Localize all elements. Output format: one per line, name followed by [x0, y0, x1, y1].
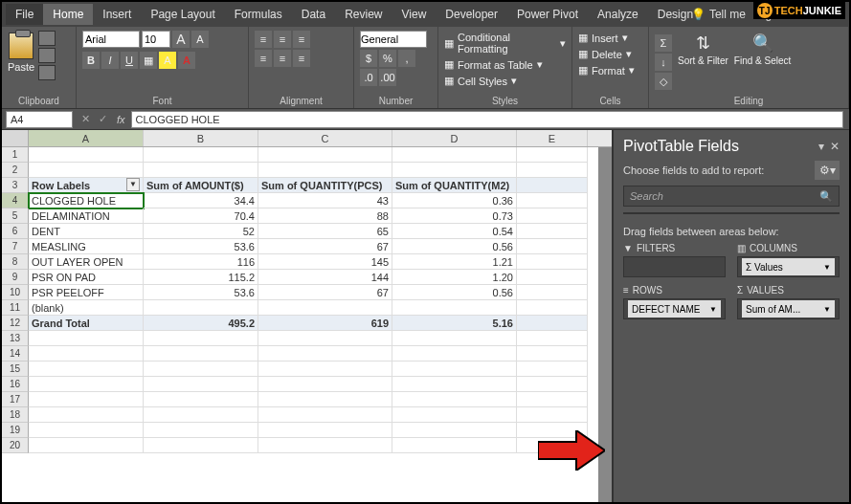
cell[interactable]: [392, 377, 517, 392]
cell[interactable]: 1.21: [392, 254, 517, 270]
enter-formula-button[interactable]: ✓: [94, 111, 111, 128]
cell[interactable]: [517, 147, 588, 163]
insert-cells-button[interactable]: ▦Insert ▾: [578, 31, 635, 45]
filters-area[interactable]: ▼FILTERS: [623, 243, 726, 277]
tell-me[interactable]: 💡Tell me: [691, 8, 746, 21]
cell[interactable]: 67: [258, 285, 392, 300]
decrease-font-button[interactable]: A: [191, 31, 209, 48]
tab-data[interactable]: Data: [292, 4, 335, 25]
cell[interactable]: 0.73: [392, 208, 517, 224]
cell[interactable]: [392, 147, 517, 163]
cell[interactable]: [258, 346, 392, 362]
cell[interactable]: [144, 438, 258, 453]
align-right-button[interactable]: ≡: [293, 50, 310, 67]
cell[interactable]: 52: [144, 224, 258, 239]
row-header[interactable]: 11: [2, 300, 29, 316]
fx-button[interactable]: fx: [111, 114, 131, 125]
cell[interactable]: [144, 300, 258, 316]
cell[interactable]: [144, 331, 258, 346]
cell[interactable]: [258, 423, 392, 438]
pane-options-button[interactable]: ▾: [818, 140, 824, 153]
tab-analyze[interactable]: Analyze: [588, 4, 648, 25]
columns-area-item[interactable]: Σ Values▼: [742, 258, 835, 275]
col-header-c[interactable]: C: [258, 130, 392, 146]
cell[interactable]: [258, 331, 392, 346]
row-header[interactable]: 18: [2, 407, 29, 423]
fill-color-button[interactable]: A: [159, 52, 176, 69]
italic-button[interactable]: I: [101, 52, 119, 69]
pivot-row-labels-header[interactable]: Row Labels▼: [29, 178, 144, 193]
align-bottom-button[interactable]: ≡: [293, 31, 310, 48]
row-header[interactable]: 2: [2, 163, 29, 178]
tab-power-pivot[interactable]: Power Pivot: [507, 4, 588, 25]
cell[interactable]: [29, 346, 144, 362]
pivot-grand-total-cell[interactable]: Grand Total: [29, 316, 144, 331]
pivot-grand-total-cell[interactable]: 495.2: [144, 316, 258, 331]
cancel-formula-button[interactable]: ✕: [77, 111, 94, 128]
underline-button[interactable]: U: [121, 52, 138, 69]
pivot-column-header[interactable]: Sum of QUANTITY(M2): [392, 178, 517, 193]
cell[interactable]: 70.4: [144, 208, 258, 224]
pivot-grand-total-cell[interactable]: [517, 316, 588, 331]
paste-button[interactable]: Paste: [8, 29, 34, 73]
tab-review[interactable]: Review: [335, 4, 392, 25]
row-header[interactable]: 8: [2, 254, 29, 270]
cell[interactable]: [29, 438, 144, 453]
row-header[interactable]: 17: [2, 392, 29, 407]
format-as-table-button[interactable]: ▦Format as Table ▾: [444, 57, 566, 72]
cell[interactable]: [517, 407, 588, 423]
cell[interactable]: 0.56: [392, 285, 517, 300]
pivot-grand-total-cell[interactable]: 619: [258, 316, 392, 331]
cell[interactable]: 144: [258, 270, 392, 285]
font-name-select[interactable]: [82, 31, 140, 48]
row-header[interactable]: 20: [2, 438, 29, 453]
align-middle-button[interactable]: ≡: [274, 31, 291, 48]
format-painter-button[interactable]: [38, 65, 56, 80]
row-header[interactable]: 19: [2, 423, 29, 438]
cell[interactable]: 0.54: [392, 224, 517, 239]
row-header[interactable]: 4: [2, 193, 29, 208]
fields-layout-button[interactable]: ⚙▾: [815, 161, 840, 180]
cell[interactable]: [392, 423, 517, 438]
cell[interactable]: 34.4: [144, 193, 258, 208]
cut-button[interactable]: [38, 31, 56, 46]
col-header-e[interactable]: E: [517, 130, 588, 146]
tab-formulas[interactable]: Formulas: [225, 4, 292, 25]
col-header-b[interactable]: B: [144, 130, 258, 146]
rows-area[interactable]: ≡ROWS DEFECT NAME▼: [623, 285, 726, 319]
cell[interactable]: [517, 377, 588, 392]
decrease-decimal-button[interactable]: .00: [379, 69, 396, 86]
autosum-button[interactable]: Σ: [655, 34, 672, 52]
cell[interactable]: [517, 224, 588, 239]
cell[interactable]: 43: [258, 193, 392, 208]
cell[interactable]: 53.6: [144, 285, 258, 300]
comma-button[interactable]: ,: [398, 50, 415, 67]
worksheet[interactable]: A B C D E 123Row Labels▼Sum of AMOUNT($)…: [2, 130, 612, 502]
cell[interactable]: [144, 423, 258, 438]
cell[interactable]: [517, 239, 588, 254]
cell[interactable]: MEASLING: [29, 239, 144, 254]
find-select-button[interactable]: 🔍 Find & Select: [734, 33, 791, 66]
cell[interactable]: [258, 392, 392, 407]
cell[interactable]: [517, 331, 588, 346]
values-area[interactable]: ΣVALUES Sum of AM...▼: [737, 285, 840, 319]
cell[interactable]: [258, 438, 392, 453]
clear-button[interactable]: ◇: [655, 73, 672, 90]
cell[interactable]: [517, 270, 588, 285]
tab-home[interactable]: Home: [43, 4, 93, 25]
cell[interactable]: 53.6: [144, 239, 258, 254]
row-header[interactable]: 5: [2, 208, 29, 224]
cell[interactable]: [517, 285, 588, 300]
select-all-corner[interactable]: [2, 130, 29, 146]
fields-search-input[interactable]: Search 🔍: [623, 186, 840, 207]
cell[interactable]: [29, 407, 144, 423]
tab-file[interactable]: File: [6, 4, 43, 25]
cell[interactable]: 1.20: [392, 270, 517, 285]
cell[interactable]: 67: [258, 239, 392, 254]
cell[interactable]: [258, 300, 392, 316]
cell[interactable]: [517, 178, 588, 193]
tab-developer[interactable]: Developer: [436, 4, 507, 25]
cell[interactable]: 0.36: [392, 193, 517, 208]
cell[interactable]: 116: [144, 254, 258, 270]
increase-decimal-button[interactable]: .0: [360, 69, 377, 86]
